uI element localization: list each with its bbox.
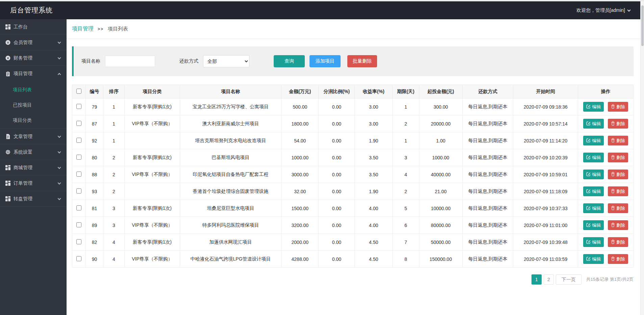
cell-rate: 4.50 — [355, 251, 393, 268]
sidebar-item-project-list[interactable]: 项目列表 — [0, 82, 67, 97]
edit-button-label: 编辑 — [592, 222, 601, 228]
scrollbar-thumb[interactable] — [641, 5, 644, 46]
clipboard-icon — [5, 71, 10, 76]
query-button[interactable]: 查询 — [274, 55, 305, 67]
edit-button[interactable]: 编辑 — [583, 136, 604, 145]
table-row: 89 3 VIP尊享（不限购） 特多阿利玛总医院维保项目 3200.00 0.0… — [72, 217, 634, 234]
delete-button[interactable]: 删除 — [608, 203, 628, 213]
sidebar-item-wheel[interactable]: 转盘管理 — [0, 191, 67, 207]
sidebar-item-orders[interactable]: 订单管理 — [0, 176, 67, 191]
page-button-1[interactable]: 1 — [531, 274, 542, 285]
delete-button-label: 删除 — [616, 239, 625, 245]
sidebar-item-workbench[interactable]: 工作台 — [0, 19, 67, 35]
delete-button-label: 删除 — [616, 222, 625, 228]
cell-sort: 2 — [103, 183, 124, 200]
edit-button-label: 编辑 — [592, 138, 601, 144]
sidebar-item-project-categories[interactable]: 项目分类 — [0, 113, 67, 128]
cell-profit: 0.00 — [319, 217, 355, 234]
cell-profit: 0.00 — [319, 234, 355, 251]
svg-text:V: V — [7, 41, 9, 44]
row-checkbox[interactable] — [76, 104, 81, 109]
cell-name: 印尼氧化铝项目自备热电厂配套工程 — [180, 166, 281, 183]
sidebar-item-label: 财务管理 — [14, 55, 32, 61]
document-icon — [5, 134, 10, 139]
cell-start-time: 2020-07-09 11:01:00 — [513, 217, 578, 234]
sidebar-item-articles[interactable]: 文章管理 — [0, 129, 67, 144]
chevron-down-icon — [627, 8, 631, 12]
repay-method-select[interactable]: 全部 — [203, 55, 249, 67]
delete-button[interactable]: 删除 — [608, 220, 628, 230]
page-button-2[interactable]: 2 — [544, 274, 554, 285]
edit-button[interactable]: 编辑 — [583, 220, 604, 230]
sidebar-item-members[interactable]: V 会员管理 — [0, 35, 67, 50]
sidebar-item-finance[interactable]: ¥ 财务管理 — [0, 50, 67, 66]
edit-icon — [586, 206, 591, 211]
cell-profit: 0.00 — [319, 98, 355, 115]
row-checkbox[interactable] — [76, 172, 81, 177]
cell-id: 79 — [86, 98, 103, 115]
delete-button[interactable]: 删除 — [608, 237, 628, 247]
bulk-delete-button[interactable]: 批量删除 — [347, 55, 377, 67]
table-row: 81 3 新客专享(限购1次) 坦桑尼亚巨型水电项目 1500.00 0.00 … — [72, 200, 634, 217]
cell-rate: 3.50 — [355, 149, 393, 166]
delete-button[interactable]: 删除 — [608, 136, 628, 145]
cell-actions: 编辑 删除 — [578, 98, 634, 115]
edit-button[interactable]: 编辑 — [583, 237, 604, 247]
cell-id: 81 — [86, 200, 103, 217]
cell-sort: 3 — [103, 200, 124, 217]
delete-button[interactable]: 删除 — [608, 153, 628, 162]
next-page-button[interactable]: 下一页 — [556, 274, 581, 285]
cell-repay: 每日返息,到期还本 — [463, 132, 513, 149]
edit-button[interactable]: 编辑 — [583, 186, 604, 196]
cell-id: 93 — [86, 183, 103, 200]
edit-button[interactable]: 编辑 — [583, 153, 604, 162]
delete-button[interactable]: 删除 — [608, 170, 628, 179]
scrollbar-track[interactable] — [640, 1, 644, 315]
trash-icon — [611, 206, 615, 211]
table-row: 92 1 塔吉克斯坦努列克水电站改造项目 54.00 0.00 1.90 1 1… — [72, 132, 634, 149]
sidebar-item-invested-projects[interactable]: 已投项目 — [0, 97, 67, 113]
cell-rate: 3.50 — [355, 166, 393, 183]
sidebar-item-mall[interactable]: 商城管理 — [0, 160, 67, 176]
row-checkbox[interactable] — [76, 239, 81, 244]
table-row: 82 4 新客专享(限购1次) 加蓬供水网现汇项目 2000.00 0.00 4… — [72, 234, 634, 251]
row-checkbox[interactable] — [76, 256, 81, 261]
delete-button-label: 删除 — [616, 155, 625, 161]
cell-repay: 每日返息,到期还本 — [463, 217, 513, 234]
delete-button[interactable]: 删除 — [608, 186, 628, 196]
row-checkbox[interactable] — [76, 205, 81, 210]
edit-button[interactable]: 编辑 — [583, 170, 604, 179]
row-checkbox[interactable] — [76, 138, 81, 143]
cell-name: 坦桑尼亚巨型水电项目 — [180, 200, 281, 217]
user-menu[interactable]: 欢迎您，管理员[admin] — [576, 7, 630, 14]
project-name-input[interactable] — [105, 55, 155, 67]
delete-button[interactable]: 删除 — [608, 102, 628, 112]
edit-button[interactable]: 编辑 — [583, 254, 604, 264]
edit-button-label: 编辑 — [592, 205, 601, 211]
edit-icon — [586, 172, 591, 177]
edit-button[interactable]: 编辑 — [583, 203, 604, 213]
sidebar-item-projects[interactable]: 项目管理 — [0, 66, 67, 82]
delete-button[interactable]: 删除 — [608, 119, 628, 129]
sidebar-item-settings[interactable]: 系统设置 — [0, 144, 67, 160]
delete-button[interactable]: 删除 — [608, 254, 628, 264]
row-checkbox[interactable] — [76, 222, 81, 227]
select-all-checkbox[interactable] — [76, 89, 81, 94]
content-area: 项目名称 还款方式 全部 查询 添加项目 批量删除 编号 排序 — [67, 46, 640, 285]
row-checkbox[interactable] — [76, 155, 81, 160]
row-checkbox[interactable] — [76, 188, 81, 194]
edit-button-label: 编辑 — [592, 256, 601, 262]
gear-icon — [5, 150, 10, 155]
cell-name: 澳大利亚新南威尔士州项目 — [180, 115, 281, 132]
cell-amount: 32.00 — [281, 183, 319, 200]
edit-icon — [586, 256, 591, 262]
col-header-min-invest: 起投金额(元) — [419, 85, 463, 98]
edit-button[interactable]: 编辑 — [583, 119, 604, 129]
edit-button[interactable]: 编辑 — [583, 102, 604, 112]
cell-actions: 编辑 删除 — [578, 183, 634, 200]
breadcrumb-parent-link[interactable]: 项目管理 — [72, 25, 94, 32]
row-checkbox[interactable] — [76, 121, 81, 126]
add-project-button[interactable]: 添加项目 — [309, 55, 341, 67]
app-header: 后台管理系统 欢迎您，管理员[admin] — [0, 1, 640, 19]
table-header-row: 编号 排序 项目分类 项目名称 金额(万元) 分润比例(%) 收益率(%) 期限… — [72, 85, 634, 98]
